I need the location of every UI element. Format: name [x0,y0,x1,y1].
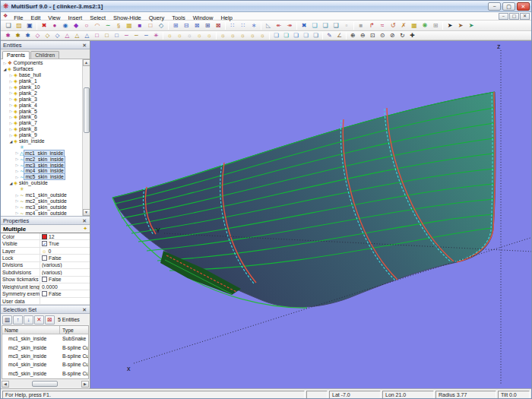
tree-item-plank_6[interactable]: ▷◈plank_6 [1,114,82,120]
insert-relabel-button[interactable]: ∼ [141,31,151,40]
insert-snake-button[interactable]: △ [82,31,92,40]
paste-entity-button[interactable]: ❏ [291,31,301,40]
tree-item-asterisk[interactable]: ✳ [1,186,82,192]
tree-item-plank_4[interactable]: ▷◈plank_4 [1,102,82,108]
expand-icon[interactable]: ▷ [8,73,14,78]
expand-icon[interactable]: ▷ [8,127,14,131]
show-parents-bulb-button[interactable]: ☼ [195,31,204,40]
tree-item-mc2_skin_inside[interactable]: ▷∼mc2_skin_inside [1,156,82,162]
mirror-entity-button[interactable]: ❏ [301,31,311,40]
entities-scrollbar[interactable]: ▲ ▼ [82,59,90,216]
columns-button[interactable]: ▥ [2,315,12,325]
tab-children[interactable]: Children [30,51,59,59]
expand-icon[interactable]: ▷ [14,163,20,167]
cursor-snap-button[interactable]: ➤ [466,21,477,30]
bspline-tool-button[interactable]: ∼ [103,21,113,30]
property-value[interactable]: False [40,291,90,296]
menu-show-hide[interactable]: Show-Hide [109,14,145,21]
expand-icon[interactable]: ▷ [8,90,14,95]
tree-item-plank_8[interactable]: ▷◈plank_8 [1,126,82,132]
view-perspective-button[interactable]: ⊠ [213,21,223,30]
view-shaded-button[interactable]: ⊟ [181,21,192,30]
restore-visibility-bulb-button[interactable]: ☼ [258,31,268,40]
menu-tools[interactable]: Tools [168,14,189,21]
move-down-button[interactable]: ↓ [24,315,33,325]
hide-children-bulb-button[interactable]: ☼ [238,31,248,40]
column-header-type[interactable]: Type [60,326,88,334]
divisions-v-button[interactable]: ∷ [238,21,249,30]
insert-solid-button[interactable]: ✳ [151,31,161,40]
expand-icon[interactable]: ▷ [14,198,20,203]
bead-tool-button[interactable]: ◉ [60,21,71,30]
expand-icon[interactable]: ▷ [8,79,14,84]
hide-parents-bulb-button[interactable]: ☼ [228,31,238,40]
hide-all-bulb-button[interactable]: ☼ [218,31,228,40]
offset-tool-button[interactable]: ◺ [263,21,274,30]
selection-row-mc3_skin_inside[interactable]: mc3_skin_insideB-spline Curv [2,352,88,360]
tree-item-mc3_skin_inside[interactable]: ▷∼mc3_skin_inside [1,162,82,168]
scroll-thumb[interactable] [84,87,90,133]
tree-item-mc1_skin_inside[interactable]: ▷△mc1_skin_inside [1,150,82,156]
magnet-tool-button[interactable]: ◆ [71,21,81,30]
insert-ccurve-button[interactable]: △ [72,31,82,40]
property-value[interactable]: False [40,255,90,261]
nudge-left-button[interactable]: ↞ [274,21,284,30]
menu-edit[interactable]: Edit [27,14,44,21]
tree-item-mc4_skin_inside[interactable]: ▷∼mc4_skin_inside [1,168,82,174]
checkbox-unchecked-icon[interactable] [42,255,47,261]
expand-icon[interactable]: ▷ [14,150,20,155]
divisions-u-button[interactable]: ∷ [227,21,238,30]
new-file-button[interactable]: ❏ [3,21,14,30]
color-swatch[interactable] [42,234,47,239]
deselect-all-button[interactable]: ✖ [299,21,309,30]
tree-item-mc2_skin_outside[interactable]: ▷∼mc2_skin_outside [1,198,82,204]
view-hiddenline-button[interactable]: ⊠ [192,21,202,30]
tree-item-plank_7[interactable]: ▷◈plank_7 [1,120,82,126]
insert-line-button[interactable]: ◇ [43,31,52,40]
tree-item-plank_5[interactable]: ▷◈plank_5 [1,108,82,114]
selection-row-mc2_skin_inside[interactable]: mc2_skin_insideB-spline Curv [2,344,88,352]
snake-tool-button[interactable]: § [113,21,124,30]
clear-button[interactable]: ⊠ [45,315,55,325]
solid-tool-button[interactable]: □ [145,21,156,30]
cursor-select-button[interactable]: ➤ [445,21,455,30]
pan-view-button[interactable]: ✚ [407,31,417,40]
expand-icon[interactable]: ▷ [8,85,14,90]
minimize-button[interactable]: − [488,2,501,11]
delete-entity-button[interactable]: ✖ [39,21,49,30]
loop-tool-button[interactable]: ↺ [388,21,398,30]
viewport-3d[interactable]: z Y x [90,41,531,388]
expand-icon[interactable]: ▷ [8,121,14,125]
view-wireframe-button[interactable]: ⊞ [170,21,181,30]
shell-tool-button[interactable]: ◇ [156,21,166,30]
tree-item-skin_inside[interactable]: ◢◈skin_inside [1,138,82,144]
expand-icon[interactable]: ▷ [14,193,20,198]
insert-bead-button[interactable]: ✱ [13,31,23,40]
copy-selection-button[interactable]: ❏ [309,21,320,30]
insert-contour-button[interactable]: ∼ [122,31,131,40]
tree-item-base_hull[interactable]: ▷◈base_hull [1,72,82,78]
tree-item-mc5_skin_inside[interactable]: ▷∼mc5_skin_inside [1,174,82,180]
menu-window[interactable]: Window [189,14,217,21]
tree-item-mc3_skin_outside[interactable]: ▷∼mc3_skin_outside [1,204,82,210]
property-value[interactable]: ✓True [40,241,90,246]
selection-row-mc1_skin_inside[interactable]: mc1_skin_insideSubSnake [2,334,88,343]
leaf-tool-button[interactable]: ❋ [420,21,430,30]
hull-surface[interactable] [112,92,496,308]
insert-magnet-button[interactable]: ✱ [23,31,33,40]
checkbox-unchecked-icon[interactable] [42,291,47,296]
expand-icon[interactable]: ▷ [14,211,20,215]
collapse-icon[interactable]: ◢ [8,139,14,144]
table-tool-button[interactable]: ⊞ [430,21,441,30]
collapse-icon[interactable]: ◢ [2,67,8,71]
tree-item-asterisk[interactable]: ✳ [1,144,82,150]
paste-selection-button[interactable]: ❏ [320,21,331,30]
insert-ring-button[interactable]: ◇ [33,31,43,40]
isolate-bulb-button[interactable]: ☼ [248,31,258,40]
open-folder-button[interactable]: ▨ [14,21,24,30]
tree-item-plank_3[interactable]: ▷◈plank_3 [1,96,82,102]
tree-item-plank_2[interactable]: ▷◈plank_2 [1,90,82,96]
scroll-up-icon[interactable]: ▲ [83,59,90,66]
insert-point-button[interactable]: ✱ [3,31,13,40]
clone-entity-button[interactable]: ❏ [311,31,321,40]
